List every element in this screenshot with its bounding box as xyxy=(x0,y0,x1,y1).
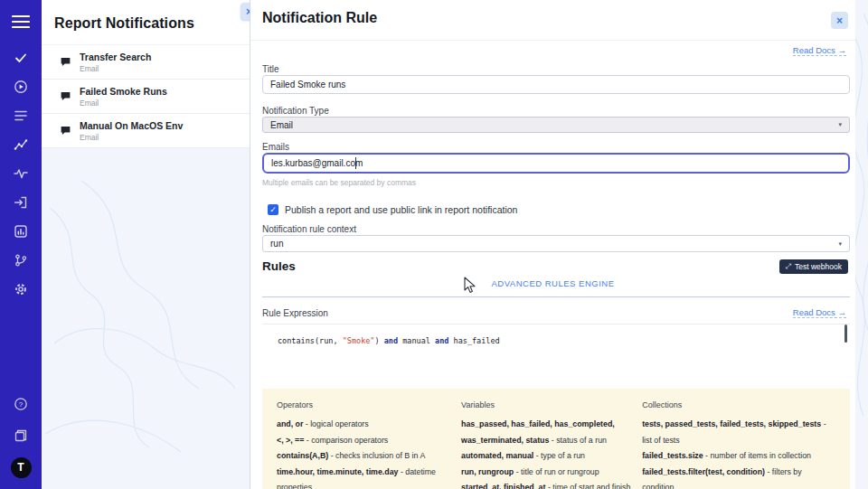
notification-item-type: Email xyxy=(80,99,167,108)
emails-input[interactable] xyxy=(262,153,850,174)
help-entry: and, or - logical operators xyxy=(277,417,450,433)
title-label: Title xyxy=(262,64,279,74)
chat-bubble-icon xyxy=(60,90,71,102)
rule-expression-label: Rule Expression xyxy=(262,308,328,318)
publish-checkbox-row: ✓ Publish a report and use public link i… xyxy=(268,204,517,215)
notification-item-type: Email xyxy=(80,133,183,142)
test-webhook-button[interactable]: ⤢ Test webhook xyxy=(779,259,848,274)
rule-expression-code: contains(run, "Smoke") and manual and ha… xyxy=(278,336,500,345)
code-token: and xyxy=(435,336,448,345)
logo-letter: T xyxy=(11,457,32,478)
line-chart-icon xyxy=(14,137,28,152)
sidebar-item-help[interactable]: ? xyxy=(0,390,42,418)
help-column: Collectionstests, passed_tests, failed_t… xyxy=(642,398,835,489)
help-entry: failed_tests.size - number of items in c… xyxy=(642,448,835,465)
notification-type-value: Email xyxy=(270,120,293,130)
help-entry: <, >, == - comparison operators xyxy=(277,433,450,449)
tab-advanced-rules-engine[interactable]: ADVANCED RULES ENGINE xyxy=(250,278,855,288)
notifications-panel: Report Notifications × Transfer SearchEm… xyxy=(42,0,250,489)
help-column: Variableshas_passed, has_failed, has_com… xyxy=(461,398,631,489)
rule-expression-editor[interactable]: contains(run, "Smoke") and manual and ha… xyxy=(262,324,850,347)
tab-divider xyxy=(262,296,850,297)
context-select[interactable]: run ▾ xyxy=(262,235,850,252)
chevron-down-icon: ▾ xyxy=(838,240,842,248)
notification-list-item[interactable]: Manual On MacOS EnvEmail xyxy=(42,114,250,148)
menu-icon xyxy=(12,14,30,29)
sidebar-item-runs[interactable] xyxy=(0,72,42,101)
rule-close-button[interactable]: × xyxy=(831,12,848,29)
sidebar-item-plans[interactable] xyxy=(0,101,42,130)
gear-icon xyxy=(14,282,28,296)
bar-chart-icon xyxy=(14,224,28,239)
sidebar-item-pulse[interactable] xyxy=(0,159,42,188)
notification-list: Transfer SearchEmailFailed Smoke RunsEma… xyxy=(42,45,250,148)
help-entry: contains(A,B) - checks inclusion of B in… xyxy=(277,448,450,465)
help-entry: run, rungroup - title of run or rungroup xyxy=(461,465,631,481)
notification-item-title: Manual On MacOS Env xyxy=(80,120,183,131)
chat-bubble-icon xyxy=(60,56,71,68)
editor-scrollbar-thumb[interactable] xyxy=(844,324,847,343)
play-circle-icon xyxy=(14,80,28,94)
help-entry: time.hour, time.minute, time.day - datet… xyxy=(277,465,450,489)
sidebar-item-settings[interactable] xyxy=(0,275,42,304)
title-input[interactable] xyxy=(262,75,850,94)
code-token: and xyxy=(384,336,398,345)
code-token: ) xyxy=(374,336,383,345)
test-webhook-label: Test webhook xyxy=(795,262,842,271)
notification-item-title: Transfer Search xyxy=(80,52,151,62)
help-column-heading: Operators xyxy=(277,398,450,413)
help-columns: Operatorsand, or - logical operators<, >… xyxy=(277,398,835,489)
sidebar-item-menu[interactable] xyxy=(0,7,42,36)
app-logo[interactable]: T xyxy=(0,453,42,482)
help-column-heading: Collections xyxy=(642,398,835,413)
svg-text:?: ? xyxy=(19,400,24,409)
notification-type-label: Notification Type xyxy=(262,106,329,116)
page-title: Notification Rule xyxy=(262,10,377,26)
read-docs-link[interactable]: Read Docs → xyxy=(793,45,846,56)
sidebar-item-docs[interactable] xyxy=(0,421,42,450)
notification-list-item[interactable]: Transfer SearchEmail xyxy=(42,45,250,80)
test-webhook-icon: ⤢ xyxy=(786,262,791,271)
sidebar-item-reports[interactable] xyxy=(0,217,42,246)
notification-list-item[interactable]: Failed Smoke RunsEmail xyxy=(42,80,250,114)
sidebar-item-tests[interactable] xyxy=(0,43,42,72)
sidebar-item-import[interactable] xyxy=(0,188,42,217)
header-divider xyxy=(250,40,855,41)
notifications-panel-title: Report Notifications xyxy=(54,15,194,31)
context-label: Notification rule context xyxy=(262,224,356,234)
help-column-heading: Variables xyxy=(461,398,631,413)
code-token: "Smoke" xyxy=(343,336,375,345)
app-sidebar: ? T xyxy=(0,0,42,489)
help-column: Operatorsand, or - logical operators<, >… xyxy=(277,398,450,489)
chat-bubble-icon xyxy=(60,125,71,136)
sidebar-item-branches[interactable] xyxy=(0,246,42,275)
rules-heading: Rules xyxy=(262,259,296,273)
screen: ? T Report Notifications × Transfer Sear… xyxy=(0,0,868,489)
emails-hint: Multiple emails can be separated by comm… xyxy=(262,178,416,187)
context-value: run xyxy=(270,239,283,249)
chevron-down-icon: ▾ xyxy=(838,121,842,128)
docs-icon xyxy=(14,428,28,443)
list-icon xyxy=(14,108,28,123)
help-entry: tests, passed_tests, failed_tests, skipp… xyxy=(642,417,835,448)
notification-type-select[interactable]: Email ▾ xyxy=(262,117,850,133)
activity-icon xyxy=(14,166,28,181)
text-caret xyxy=(355,157,356,169)
read-docs-link-rules[interactable]: Read Docs → xyxy=(793,307,846,318)
help-entry: has_passed, has_failed, has_completed, w… xyxy=(461,417,631,448)
mouse-cursor xyxy=(464,277,476,295)
sidebar-item-analytics[interactable] xyxy=(0,130,42,159)
notification-rule-panel: Notification Rule × Read Docs → Title No… xyxy=(250,0,855,489)
help-icon: ? xyxy=(14,397,28,411)
notifications-panel-header: Report Notifications × xyxy=(42,0,250,45)
code-token: manual xyxy=(398,336,435,345)
branch-icon xyxy=(14,253,28,268)
publish-checkbox[interactable]: ✓ xyxy=(268,204,278,215)
notification-item-type: Email xyxy=(80,64,151,73)
help-entry: started_at, finished_at - time of start … xyxy=(461,480,631,489)
help-entry: failed_tests.filter(test, condition) - f… xyxy=(642,465,835,489)
sign-in-icon xyxy=(14,195,28,210)
publish-checkbox-label: Publish a report and use public link in … xyxy=(285,204,517,215)
code-token: contains(run, xyxy=(278,336,343,345)
emails-label: Emails xyxy=(262,142,289,152)
